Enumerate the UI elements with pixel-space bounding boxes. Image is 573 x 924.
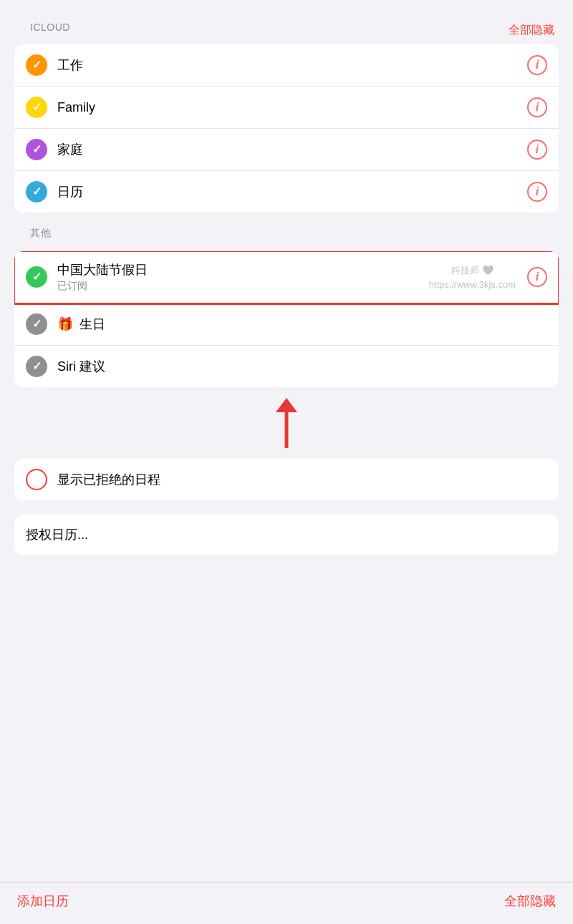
rili-check-circle: ✓: [26, 181, 47, 203]
icloud-item-calendar[interactable]: ✓ 日历 i: [14, 171, 559, 213]
svg-marker-1: [276, 398, 297, 412]
jiating-info-icon[interactable]: i: [527, 140, 547, 160]
show-declined-card: 显示已拒绝的日程: [14, 459, 559, 500]
declined-label: 显示已拒绝的日程: [57, 471, 547, 488]
other-card: 科技师 🩶 https://www.3kjs.com ✓ 中国大陆节假日 已订阅…: [14, 251, 559, 387]
icloud-section-label: ICLOUD: [19, 21, 82, 33]
holidays-text-group: 中国大陆节假日 已订阅: [57, 261, 527, 293]
hide-all-button[interactable]: 全部隐藏: [504, 893, 556, 910]
work-info-icon[interactable]: i: [527, 55, 547, 75]
family-info-icon[interactable]: i: [527, 97, 547, 117]
icloud-item-family[interactable]: ✓ Family i: [14, 87, 559, 129]
delegate-item[interactable]: 授权日历...: [14, 515, 559, 555]
siri-item[interactable]: ✓ Siri 建议: [14, 346, 559, 387]
holidays-info-icon[interactable]: i: [527, 267, 547, 287]
delegate-label: 授权日历...: [26, 526, 547, 543]
holidays-subtitle: 已订阅: [57, 280, 527, 293]
jiating-check-circle: ✓: [26, 139, 47, 160]
declined-empty-circle: [26, 469, 47, 490]
icloud-card: ✓ 工作 i ✓ Family i ✓ 家庭 i ✓ 日历 i: [14, 44, 559, 213]
show-declined-item[interactable]: 显示已拒绝的日程: [14, 459, 559, 500]
siri-label: Siri 建议: [57, 358, 547, 375]
siri-check-circle: ✓: [26, 356, 47, 377]
icloud-item-jiating[interactable]: ✓ 家庭 i: [14, 129, 559, 171]
bottom-toolbar: 添加日历 全部隐藏: [0, 882, 573, 924]
family-label: Family: [57, 100, 527, 115]
birthday-check-circle: ✓: [26, 313, 47, 335]
birthday-item[interactable]: ✓ 🎁 生日: [14, 303, 559, 346]
rili-info-icon[interactable]: i: [527, 182, 547, 202]
jiating-label: 家庭: [57, 141, 527, 158]
other-section-label: 其他: [19, 227, 62, 240]
birthday-label: 🎁 生日: [57, 316, 547, 333]
holidays-check-circle: ✓: [26, 266, 47, 288]
china-holidays-item[interactable]: 科技师 🩶 https://www.3kjs.com ✓ 中国大陆节假日 已订阅…: [14, 251, 559, 303]
holidays-label: 中国大陆节假日: [57, 263, 148, 277]
rili-label: 日历: [57, 183, 527, 200]
work-label: 工作: [57, 57, 527, 74]
delegate-card: 授权日历...: [14, 515, 559, 555]
work-check-circle: ✓: [26, 54, 47, 76]
add-calendar-button[interactable]: 添加日历: [17, 893, 69, 910]
annotation-arrow: [265, 394, 308, 452]
gift-icon: 🎁: [57, 317, 73, 331]
icloud-hide-all-button[interactable]: 全部隐藏: [509, 23, 554, 38]
family-check-circle: ✓: [26, 97, 47, 118]
icloud-item-work[interactable]: ✓ 工作 i: [14, 44, 559, 87]
